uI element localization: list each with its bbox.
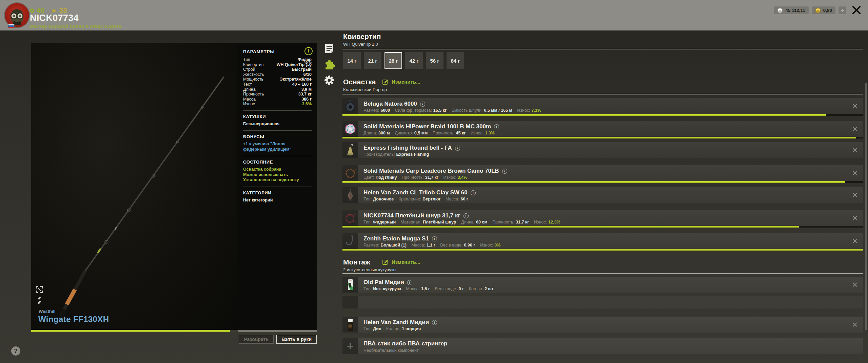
info-icon[interactable]: i xyxy=(455,146,460,151)
weight-option-84[interactable]: 84 г xyxy=(447,52,464,69)
item-icon-slot xyxy=(342,98,358,114)
rod-viewport[interactable]: Westhill Wingate FF130XH xyxy=(31,43,237,330)
montage-edit-link[interactable]: Изменить... xyxy=(382,259,420,265)
remove-item-icon[interactable] xyxy=(852,322,857,327)
spec-value: 0,5 мм / 165 м xyxy=(484,108,512,113)
spec-value: Плетёный шнур xyxy=(423,220,456,225)
gold-balance[interactable]: 0,80 xyxy=(812,6,835,14)
empty-icon-slot xyxy=(342,296,358,308)
item-icon-slot xyxy=(342,165,358,181)
russia-flag-icon[interactable] xyxy=(8,24,15,28)
rig-item-row[interactable]: Beluga Natora 6000 i Размер:6000 Сила фр… xyxy=(342,98,863,114)
montage-empty-row[interactable] xyxy=(342,296,863,308)
rig-edit-link[interactable]: Изменить... xyxy=(382,79,420,85)
add-component-slot[interactable]: + xyxy=(342,338,358,354)
remove-item-icon[interactable] xyxy=(852,171,857,176)
rig-item-row[interactable]: Helen Van Zandt CL Trilob Clay SW 60 i Т… xyxy=(342,187,863,203)
item-title: Old Pal Мидии xyxy=(363,279,404,286)
param-label: Тест xyxy=(243,82,252,87)
rig-item-row[interactable]: Solid Materials Carp Leadcore Brown Camo… xyxy=(342,165,863,181)
info-icon[interactable]: i xyxy=(432,320,437,325)
weight-option-21[interactable]: 21 г xyxy=(364,52,381,69)
param-value: 40 – 160 г xyxy=(292,82,312,87)
durability-bar xyxy=(342,137,856,138)
spec-value: Иск. кукуруза xyxy=(373,286,401,291)
section-title-categories: КАТЕГОРИИ xyxy=(243,190,312,195)
close-icon[interactable] xyxy=(852,5,861,15)
param-value: 6/10 xyxy=(303,72,312,77)
item-icon-slot xyxy=(342,142,358,158)
assembly-tab-active[interactable] xyxy=(323,59,335,70)
section-title-bonuses: БОНУСЫ xyxy=(243,134,312,139)
notes-tab[interactable] xyxy=(323,43,335,54)
spec-value: 2 шт xyxy=(485,286,494,291)
section-title-reels: КАТУШКИ xyxy=(243,114,312,119)
favorite-star-icon[interactable]: ☆ xyxy=(304,59,313,69)
rig-content: Квивертип WH QuiverTip 1.0 14 г 21 г 28 … xyxy=(342,30,863,363)
item-specs: Тип:Фидерный Материал:Плетёный шнур Длин… xyxy=(363,220,564,225)
disassemble-button[interactable]: Разобрать xyxy=(239,335,274,344)
item-title: Helen Van Zandt CL Trilob Clay SW 60 xyxy=(363,189,468,196)
montage-optional-row[interactable]: + ПВА-стик либо ПВА-стрингер Необязатель… xyxy=(342,338,863,354)
weight-option-14[interactable]: 14 г xyxy=(343,52,361,69)
expand-icon[interactable] xyxy=(35,285,43,294)
info-icon[interactable]: i xyxy=(463,213,469,218)
remove-item-icon[interactable] xyxy=(852,238,857,243)
info-icon[interactable]: i xyxy=(432,236,437,241)
montage-item-row[interactable]: Helen Van Zandt Мидии i Тип:Дип Кол-во:1… xyxy=(342,317,863,333)
info-icon[interactable]: i xyxy=(420,102,425,107)
spec-value: Фидерный xyxy=(373,220,396,225)
spec-label: Вес в воде: xyxy=(435,286,457,291)
montage-item-row[interactable]: Old Pal Мидии i Тип:Иск. кукуруза Масса:… xyxy=(342,277,863,293)
help-button[interactable]: ? xyxy=(11,346,20,356)
sinker-icon xyxy=(343,188,357,202)
quivertip-subtitle: WH QuiverTip 1.0 xyxy=(343,42,378,47)
rig-item-row[interactable]: Zenith Etalon Mugga S1 i Размер:Большой … xyxy=(342,233,863,249)
spec-value: 31,7 кг xyxy=(425,175,438,180)
spec-label: Длина: xyxy=(363,131,377,135)
settings-tab[interactable] xyxy=(323,74,335,86)
rig-item-row[interactable]: Solid Materials HiPower Braid 100LB MC 3… xyxy=(342,121,863,137)
parameters-panel: i ☆ ПАРАМЕТРЫ ТипФидер КвивертипWH Quive… xyxy=(237,43,317,330)
spec-label: Тип: xyxy=(363,326,372,331)
spec-value: Дип xyxy=(373,326,381,331)
remove-item-icon[interactable] xyxy=(852,282,857,287)
state-line: Оснастка собрана xyxy=(243,167,312,172)
side-tab-strip xyxy=(323,43,335,86)
weight-option-28-selected[interactable]: 28 г xyxy=(384,52,402,69)
pencil-icon[interactable] xyxy=(35,296,43,304)
silver-coins-icon xyxy=(777,8,783,13)
info-icon[interactable]: i xyxy=(304,47,313,55)
item-specs: Размер:6000 Сила фр. тормоза:16,5 кг Ёмк… xyxy=(363,108,545,113)
remove-item-icon[interactable] xyxy=(852,148,857,153)
info-icon[interactable]: i xyxy=(471,190,476,195)
spec-label: Тип: xyxy=(363,220,372,225)
info-icon[interactable]: i xyxy=(494,124,499,129)
take-in-hands-button[interactable]: Взять в руки xyxy=(276,335,317,344)
rod-durability-track xyxy=(31,330,237,332)
remove-item-icon[interactable] xyxy=(852,104,857,109)
info-icon[interactable]: i xyxy=(502,169,507,174)
weight-option-42[interactable]: 42 г xyxy=(405,52,423,69)
rig-subtitle: Классический Pop-up xyxy=(343,87,387,92)
spec-label: Длина: xyxy=(461,220,475,225)
param-label: Строй xyxy=(243,67,255,72)
remove-item-icon[interactable] xyxy=(852,215,857,220)
item-title: Helen Van Zandt Мидии xyxy=(363,319,429,326)
add-funds-button[interactable]: + xyxy=(839,6,846,14)
vertical-scrollbar[interactable] xyxy=(865,83,867,330)
remove-item-icon[interactable] xyxy=(852,192,857,197)
spec-value: 60 г xyxy=(460,197,468,201)
rig-item-row[interactable]: Express Fishing Round bell - FA i Произв… xyxy=(342,142,863,158)
silver-balance[interactable]: 45 112,11 xyxy=(774,6,809,14)
bonus-line: +1 к умению "Ловля фидерным удилищем" xyxy=(243,142,308,152)
remove-item-icon[interactable] xyxy=(852,126,857,131)
rig-item-row[interactable]: NICK07734 Плетёный шнур 31,7 кг i Тип:Фи… xyxy=(342,210,863,226)
spec-label: Кол-во: xyxy=(469,286,483,291)
param-label: Мощность xyxy=(243,77,263,82)
spec-label: Износ: xyxy=(471,131,484,135)
info-icon[interactable]: i xyxy=(407,280,412,285)
weight-option-56[interactable]: 56 г xyxy=(426,52,443,69)
spec-value: 60 см xyxy=(476,220,488,225)
state-line: Установлено на подставку xyxy=(243,177,312,183)
